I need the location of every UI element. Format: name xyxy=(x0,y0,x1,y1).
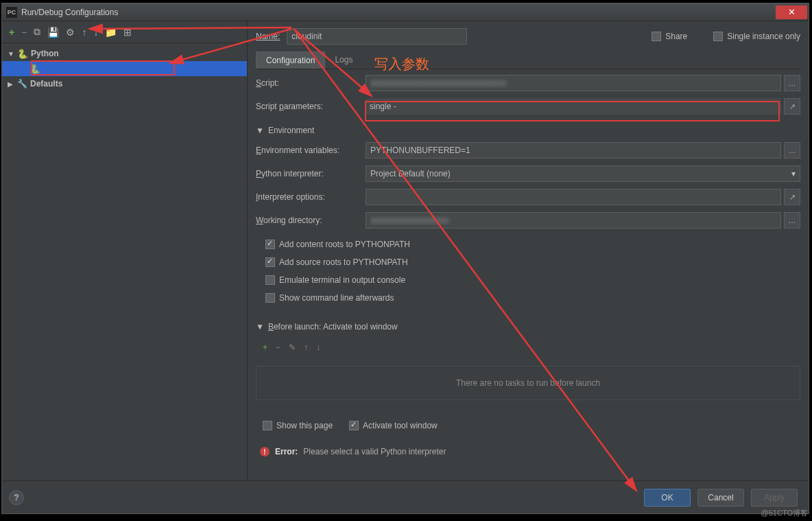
app-icon: PC xyxy=(6,7,17,18)
tabs: Configuration Logs xyxy=(256,51,800,69)
tree-node-defaults[interactable]: ▶ 🔧 Defaults xyxy=(2,76,247,91)
apply-button[interactable]: Apply xyxy=(751,489,798,507)
add-task-icon[interactable]: + xyxy=(263,343,267,352)
name-input[interactable] xyxy=(287,28,467,45)
window-title: Run/Debug Configurations xyxy=(21,8,776,17)
move-down-icon[interactable]: ↓ xyxy=(316,343,320,352)
ok-button[interactable]: OK xyxy=(644,489,691,507)
edit-task-icon[interactable]: ✎ xyxy=(289,343,296,352)
annotation-box xyxy=(31,60,175,76)
share-checkbox[interactable]: Share xyxy=(652,32,687,41)
workdir-label: Working directory: xyxy=(256,216,366,225)
config-toolbar: + − ⧉ 💾 ⚙ ↑ ↓ 📁 ⊞ xyxy=(2,21,247,43)
tab-configuration[interactable]: Configuration xyxy=(256,51,325,69)
tasks-empty-message: There are no tasks to run before launch xyxy=(256,366,800,400)
remove-task-icon[interactable]: − xyxy=(276,343,280,352)
right-panel: Name: Share Single instance only Configu… xyxy=(248,21,809,481)
annotation-text: 写入参数 xyxy=(374,55,429,73)
cancel-button[interactable]: Cancel xyxy=(697,489,744,507)
before-launch-toolbar: + − ✎ ↑ ↓ xyxy=(256,338,800,356)
envvars-browse-button[interactable]: … xyxy=(784,142,800,159)
caret-down-icon: ▼ xyxy=(256,126,264,135)
add-config-icon[interactable]: + xyxy=(9,27,14,38)
tree-label: Python xyxy=(31,49,59,58)
up-icon[interactable]: ↑ xyxy=(82,27,86,38)
help-button[interactable]: ? xyxy=(9,490,24,505)
show-this-page-checkbox[interactable]: Show this page xyxy=(263,421,333,430)
folder-icon[interactable]: 📁 xyxy=(105,27,117,38)
wrench-icon: 🔧 xyxy=(17,79,27,89)
single-instance-checkbox[interactable]: Single instance only xyxy=(713,32,800,41)
left-panel: + − ⧉ 💾 ⚙ ↑ ↓ 📁 ⊞ ▼ 🐍 Python 🐍 xyxy=(2,21,248,481)
python-icon: 🐍 xyxy=(17,49,28,59)
emulate-terminal-checkbox[interactable]: Emulate terminal in output console xyxy=(265,275,800,285)
remove-config-icon[interactable]: − xyxy=(21,27,27,38)
show-cmdline-checkbox[interactable]: Show command line afterwards xyxy=(265,293,800,303)
script-browse-button[interactable]: … xyxy=(784,75,800,91)
error-icon: ! xyxy=(260,447,270,456)
dialog-window: PC Run/Debug Configurations ✕ + − ⧉ 💾 ⚙ … xyxy=(1,3,809,514)
interpreter-label: Python interpreter: xyxy=(256,169,366,178)
interp-opts-expand-button[interactable]: ↗ xyxy=(784,189,800,205)
envvars-label: Environment variables: xyxy=(256,146,366,155)
name-label: Name: xyxy=(256,32,280,41)
close-button[interactable]: ✕ xyxy=(776,5,807,19)
settings-icon[interactable]: ⚙ xyxy=(66,27,75,38)
activate-tool-window-checkbox[interactable]: Activate tool window xyxy=(349,421,438,430)
down-icon[interactable]: ↓ xyxy=(93,27,98,38)
script-label: Script: xyxy=(256,78,366,88)
error-message: ! Error: Please select a valid Python in… xyxy=(256,447,800,456)
interpreter-select[interactable]: Project Default (none) ▾ xyxy=(366,165,800,182)
tree-label: Defaults xyxy=(30,79,62,89)
workdir-browse-button[interactable]: … xyxy=(784,212,800,229)
caret-down-icon: ▼ xyxy=(256,322,264,332)
copy-icon[interactable]: ⧉ xyxy=(34,26,40,38)
save-icon[interactable]: 💾 xyxy=(47,27,59,38)
caret-right-icon: ▶ xyxy=(8,80,14,88)
add-source-roots-checkbox[interactable]: Add source roots to PYTHONPATH xyxy=(265,257,800,267)
tab-logs[interactable]: Logs xyxy=(325,51,362,69)
interp-opts-input[interactable] xyxy=(366,189,781,205)
annotation-box xyxy=(365,101,780,121)
watermark: @51CTO博客 xyxy=(761,508,808,518)
workdir-input[interactable] xyxy=(366,212,781,229)
move-up-icon[interactable]: ↑ xyxy=(304,343,308,352)
chevron-down-icon: ▾ xyxy=(791,169,796,178)
titlebar: PC Run/Debug Configurations ✕ xyxy=(2,3,809,21)
before-launch-header[interactable]: ▼ Before launch: Activate tool window xyxy=(256,322,800,332)
params-expand-button[interactable]: ↗ xyxy=(784,98,800,115)
add-content-roots-checkbox[interactable]: Add content roots to PYTHONPATH xyxy=(265,240,800,249)
script-input[interactable] xyxy=(366,75,781,91)
env-section-header[interactable]: ▼ Environment xyxy=(256,126,800,135)
tree-node-python[interactable]: ▼ 🐍 Python xyxy=(2,46,247,61)
caret-down-icon: ▼ xyxy=(8,50,14,58)
envvars-input[interactable] xyxy=(366,142,781,159)
expand-icon[interactable]: ⊞ xyxy=(123,27,132,38)
params-label: Script parameters: xyxy=(256,102,366,111)
dialog-button-bar: ? OK Cancel Apply xyxy=(2,481,809,513)
interp-opts-label: Interpreter options: xyxy=(256,192,366,202)
